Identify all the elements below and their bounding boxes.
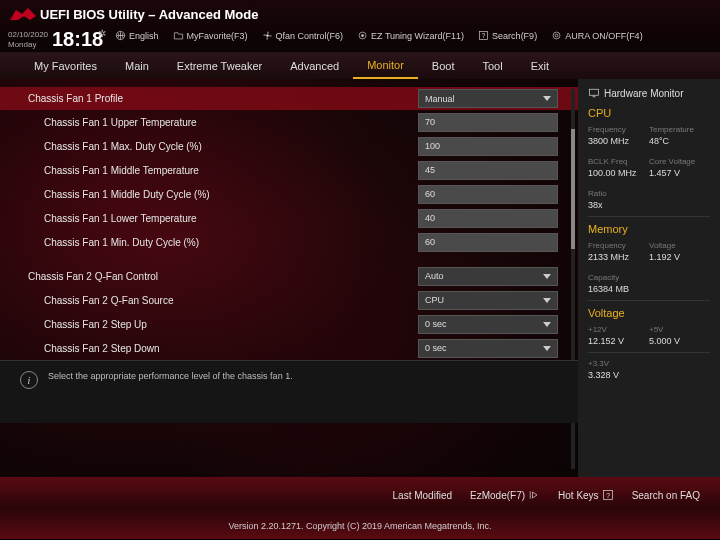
setting-label: Chassis Fan 2 Step Down [0, 343, 418, 354]
dropdown-field[interactable]: 0 sec [418, 339, 558, 358]
svg-rect-8 [590, 89, 599, 95]
dropdown-field[interactable]: 0 sec [418, 315, 558, 334]
setting-label: Chassis Fan 1 Profile [0, 93, 418, 104]
last-modified-button[interactable]: Last Modified [393, 489, 452, 501]
footer-bar: Last Modified EzMode(F7) Hot Keys? Searc… [0, 477, 720, 539]
tab-boot[interactable]: Boot [418, 53, 469, 79]
ezmode-button[interactable]: EzMode(F7) [470, 489, 540, 501]
tab-tool[interactable]: Tool [468, 53, 516, 79]
svg-point-1 [266, 34, 269, 37]
dropdown-field[interactable]: Manual [418, 89, 558, 108]
setting-label: Chassis Fan 2 Q-Fan Source [0, 295, 418, 306]
setting-row: Chassis Fan 1 Upper Temperature70 [0, 110, 578, 134]
top-toolbar: English MyFavorite(F3) Qfan Control(F6) … [115, 30, 712, 41]
tab-extreme-tweaker[interactable]: Extreme Tweaker [163, 53, 276, 79]
scrollbar-thumb[interactable] [571, 129, 575, 249]
rog-logo-icon [8, 6, 38, 24]
folder-icon [173, 30, 184, 41]
dropdown-field[interactable]: Auto [418, 267, 558, 286]
aura-icon [551, 30, 562, 41]
question-icon: ? [478, 30, 489, 41]
question-icon: ? [602, 489, 614, 501]
dropdown-field[interactable]: CPU [418, 291, 558, 310]
tab-monitor[interactable]: Monitor [353, 53, 418, 79]
info-icon: i [20, 371, 38, 389]
svg-point-6 [553, 32, 560, 39]
setting-row: Chassis Fan 2 Step Up0 sec [0, 312, 578, 336]
setting-label: Chassis Fan 1 Lower Temperature [0, 213, 418, 224]
setting-label: Chassis Fan 1 Max. Duty Cycle (%) [0, 141, 418, 152]
setting-label: Chassis Fan 2 Step Up [0, 319, 418, 330]
search-faq-button[interactable]: Search on FAQ [632, 489, 700, 501]
hardware-monitor-panel: Hardware Monitor CPU Frequency3800 MHzTe… [578, 79, 720, 477]
tab-bar: My Favorites Main Extreme Tweaker Advanc… [0, 53, 720, 79]
hotkeys-button[interactable]: Hot Keys? [558, 489, 614, 501]
setting-label: Chassis Fan 1 Middle Temperature [0, 165, 418, 176]
setting-label: Chassis Fan 1 Upper Temperature [0, 117, 418, 128]
header-bar: UEFI BIOS Utility – Advanced Mode 02/10/… [0, 0, 720, 53]
tab-exit[interactable]: Exit [517, 53, 563, 79]
svg-point-7 [555, 34, 558, 37]
sidebar-title: Hardware Monitor [588, 87, 710, 99]
setting-row: Chassis Fan 1 Max. Duty Cycle (%)100 [0, 134, 578, 158]
setting-row: Chassis Fan 1 Middle Duty Cycle (%)60 [0, 182, 578, 206]
text-field[interactable]: 70 [418, 113, 558, 132]
voltage-heading: Voltage [588, 307, 710, 319]
memory-heading: Memory [588, 223, 710, 235]
main-panel: Chassis Fan 1 ProfileManualChassis Fan 1… [0, 79, 578, 477]
monitor-icon [588, 87, 600, 99]
help-text: Select the appropriate performance level… [48, 371, 293, 381]
setting-row: Chassis Fan 1 Lower Temperature40 [0, 206, 578, 230]
eztuning-button[interactable]: EZ Tuning Wizard(F11) [357, 30, 464, 41]
aura-button[interactable]: AURA ON/OFF(F4) [551, 30, 643, 41]
help-bar: i Select the appropriate performance lev… [0, 360, 578, 423]
setting-label: Chassis Fan 2 Q-Fan Control [0, 271, 418, 282]
text-field[interactable]: 60 [418, 233, 558, 252]
setting-label: Chassis Fan 1 Middle Duty Cycle (%) [0, 189, 418, 200]
setting-row: Chassis Fan 1 ProfileManual [0, 87, 578, 110]
exit-icon [528, 489, 540, 501]
tab-myfavorites[interactable]: My Favorites [20, 53, 111, 79]
myfavorite-button[interactable]: MyFavorite(F3) [173, 30, 248, 41]
tab-advanced[interactable]: Advanced [276, 53, 353, 79]
wizard-icon [357, 30, 368, 41]
setting-row: Chassis Fan 2 Q-Fan ControlAuto [0, 264, 578, 288]
text-field[interactable]: 40 [418, 209, 558, 228]
search-button[interactable]: ?Search(F9) [478, 30, 537, 41]
setting-row: Chassis Fan 1 Min. Duty Cycle (%)60 [0, 230, 578, 254]
date-display: 02/10/2020Monday [8, 30, 48, 50]
text-field[interactable]: 45 [418, 161, 558, 180]
text-field[interactable]: 100 [418, 137, 558, 156]
text-field[interactable]: 60 [418, 185, 558, 204]
svg-point-3 [361, 34, 364, 37]
settings-gear-icon[interactable]: ✲ [98, 28, 106, 39]
fan-icon [262, 30, 273, 41]
globe-icon [115, 30, 126, 41]
setting-row: Chassis Fan 2 Q-Fan SourceCPU [0, 288, 578, 312]
svg-text:?: ? [482, 32, 486, 39]
time-display: 18:18 [52, 28, 103, 51]
tab-main[interactable]: Main [111, 53, 163, 79]
setting-label: Chassis Fan 1 Min. Duty Cycle (%) [0, 237, 418, 248]
svg-text:?: ? [606, 491, 610, 500]
language-button[interactable]: English [115, 30, 159, 41]
copyright-text: Version 2.20.1271. Copyright (C) 2019 Am… [0, 521, 720, 531]
setting-row: Chassis Fan 1 Middle Temperature45 [0, 158, 578, 182]
cpu-heading: CPU [588, 107, 710, 119]
qfan-button[interactable]: Qfan Control(F6) [262, 30, 344, 41]
bios-title: UEFI BIOS Utility – Advanced Mode [40, 7, 258, 22]
setting-row: Chassis Fan 2 Step Down0 sec [0, 336, 578, 360]
